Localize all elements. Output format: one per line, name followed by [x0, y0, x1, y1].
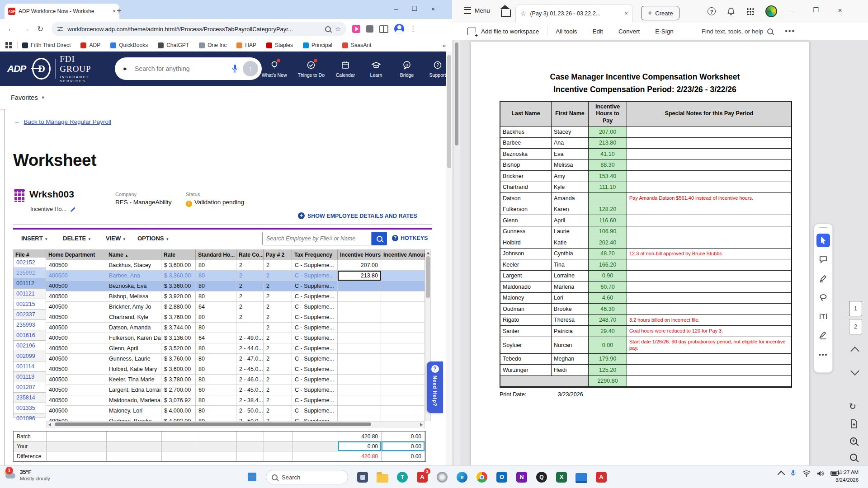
taskbar-app-edge[interactable]: e [455, 468, 469, 486]
speaker-icon[interactable] [817, 470, 824, 477]
grid-cell[interactable] [338, 395, 381, 406]
taskbar-app-excel[interactable]: X [554, 468, 569, 486]
grid-cell[interactable]: $ 3,360.00 [161, 281, 196, 291]
file-number-link[interactable]: 002099 [13, 351, 46, 361]
grid-cell[interactable]: 400500 [46, 281, 106, 291]
table-row[interactable]: 400500Holbird, Katie Mary$ 3,600.00802 -… [46, 364, 425, 375]
grid-cell[interactable]: C - Suppleme... [292, 364, 338, 375]
bookmark-item[interactable]: One Inc [199, 42, 226, 48]
table-row[interactable]: 400500Keeler, Tina Marie$ 3,780.00802 - … [46, 375, 425, 385]
insert-menu[interactable]: INSERT ▼ [21, 235, 48, 242]
grid-cell[interactable]: 80 [196, 395, 236, 406]
taskbar-app-outlook[interactable]: O [495, 468, 509, 486]
grid-cell[interactable]: 2 [264, 260, 292, 271]
taskbar-app-folder[interactable] [375, 468, 390, 486]
grid-cell[interactable]: C - Suppleme... [292, 323, 338, 333]
sign-tool-button[interactable] [816, 328, 830, 342]
grid-cell[interactable]: C - Suppleme... [292, 385, 338, 395]
profile-avatar[interactable] [394, 24, 404, 34]
grid-cell[interactable]: 80 [196, 260, 236, 271]
grid-cell[interactable] [338, 416, 381, 421]
grid-cell[interactable] [338, 385, 381, 395]
grid-cell[interactable] [381, 260, 425, 271]
maximize-icon[interactable]: ☐ [813, 6, 819, 14]
file-number-link[interactable]: 002337 [13, 310, 46, 320]
grid-cell[interactable]: $ 2,700.00 [161, 385, 196, 395]
export-page-icon[interactable] [850, 419, 858, 428]
grid-cell[interactable] [381, 291, 425, 302]
table-row[interactable]: 400500Barbee, Ana$ 3,360.008022C - Suppl… [46, 271, 425, 281]
grid-cell[interactable]: 213.80 [338, 271, 381, 281]
column-header[interactable]: Pay # 2 [264, 249, 292, 260]
grid-cell[interactable]: 2 [264, 312, 292, 323]
more-options-icon[interactable]: ••• [785, 27, 795, 35]
grid-cell[interactable]: 400500 [46, 354, 106, 364]
show-details-link[interactable]: + SHOW EMPLOYEE DETAILS AND RATES [298, 212, 417, 219]
grid-cell[interactable]: $ 3,780.00 [161, 375, 196, 385]
home-icon[interactable] [501, 9, 511, 17]
column-header[interactable]: Incentive Hours [338, 249, 381, 260]
grid-cell[interactable]: 80 [196, 291, 236, 302]
taskbar-search[interactable]: Search [266, 470, 348, 484]
scroll-right-icon[interactable] [420, 423, 423, 427]
grid-cell[interactable]: 80 [196, 271, 236, 281]
grid-cell[interactable]: 2 - 50.0... [236, 416, 264, 421]
grid-cell[interactable]: 60 [196, 385, 236, 395]
table-row[interactable]: 400500Datson, Amanda$ 3,744.00802C - Sup… [46, 323, 425, 333]
scrollbar-thumb[interactable] [447, 55, 451, 168]
find-tools-search[interactable]: Find text, tools, or help [702, 28, 774, 35]
apps-grid-icon[interactable] [746, 8, 754, 15]
grid-cell[interactable] [338, 375, 381, 385]
tab-close-icon[interactable]: × [625, 10, 628, 17]
grid-cell[interactable]: Fulkerson, Karen Danz [106, 333, 161, 343]
account-avatar[interactable] [765, 5, 777, 17]
file-number-link[interactable]: 001207 [13, 382, 46, 393]
scrollbar-thumb[interactable] [426, 256, 430, 298]
need-help-tab[interactable]: ? Need Help? [427, 361, 443, 413]
table-row[interactable]: 400500Fulkerson, Karen Danz$ 3,136.00642… [46, 333, 425, 343]
extensions-puzzle-icon[interactable] [366, 25, 373, 33]
table-row[interactable]: 400500Bishop, Melissa$ 3,920.008022C - S… [46, 291, 425, 302]
file-number-link[interactable]: 001121 [13, 289, 46, 299]
grid-cell[interactable]: 2 [236, 260, 264, 271]
grid-cell[interactable]: 80 [196, 323, 236, 333]
all-tools-menu[interactable]: All tools [556, 28, 577, 35]
add-file-label[interactable]: Add file to workspace [481, 28, 539, 35]
nav-support[interactable]: ? Support [428, 60, 448, 78]
extension-pink-icon[interactable] [352, 25, 360, 33]
minimize-icon[interactable]: – [790, 6, 794, 14]
bookmark-item[interactable]: Principal [303, 42, 332, 48]
bookmark-item[interactable]: ADP [80, 42, 100, 48]
acrobat-menu-button[interactable]: Menu [464, 7, 490, 14]
taskbar-app-chrome[interactable] [475, 468, 489, 486]
grid-cell[interactable]: 2 [264, 271, 292, 281]
file-number-link[interactable]: 235814 [13, 393, 46, 403]
grid-cell[interactable]: 400500 [46, 291, 106, 302]
wifi-icon[interactable] [802, 470, 811, 477]
table-row[interactable]: 400500Backhus, Stacey$ 3,600.008022C - S… [46, 260, 425, 271]
favorites-bar[interactable]: Favorites ▼ [0, 86, 452, 110]
nav-things-to-do[interactable]: Things to Do [297, 60, 325, 78]
grid-cell[interactable] [381, 271, 425, 281]
grid-cell[interactable]: $ 3,600.00 [161, 364, 196, 375]
grid-cell[interactable]: C - Suppleme... [292, 416, 338, 421]
file-number-link[interactable]: 001616 [13, 330, 46, 341]
grid-cell[interactable]: 2 [264, 354, 292, 364]
more-tools-button[interactable]: ••• [816, 347, 830, 361]
taskbar-app-acrobat[interactable]: A [594, 468, 609, 486]
grid-cell[interactable] [381, 343, 425, 354]
adp-search-bar[interactable]: ↑ [115, 57, 262, 80]
grid-cell[interactable] [338, 354, 381, 364]
collapse-up-icon[interactable] [850, 347, 859, 356]
file-number-link[interactable]: 001112 [13, 278, 46, 289]
grid-cell[interactable] [381, 281, 425, 291]
grid-cell[interactable]: C - Suppleme... [292, 375, 338, 385]
tray-overflow-icon[interactable] [778, 470, 785, 478]
grid-cell[interactable]: 2 [264, 302, 292, 312]
convert-menu[interactable]: Convert [618, 28, 640, 35]
bookmark-item[interactable]: ChatGPT [158, 42, 189, 48]
page-thumbnail-2[interactable]: 2 [849, 319, 862, 334]
view-menu[interactable]: VIEW ▼ [106, 235, 126, 242]
grid-cell[interactable]: 2 [264, 281, 292, 291]
tab-close-icon[interactable]: × [113, 8, 116, 14]
